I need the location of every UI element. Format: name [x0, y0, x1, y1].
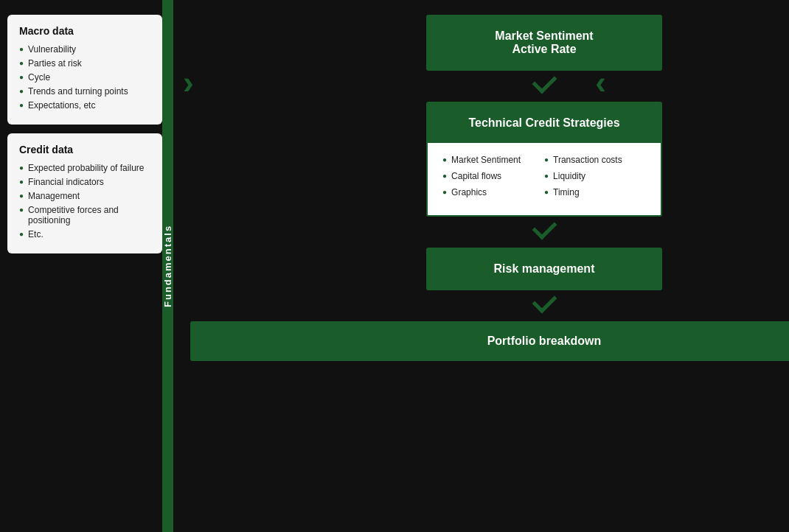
chevron-2: ✓ — [529, 221, 559, 243]
chevron-3: ✓ — [529, 295, 559, 317]
macro-data-title: Macro data — [19, 25, 150, 37]
portfolio-breakdown-box: Portfolio breakdown — [190, 321, 789, 361]
technical-col-left: Market Sentiment Capital flows Graphics — [442, 155, 544, 203]
center-column: Market SentimentActive Rate ✓ Technical … — [183, 0, 789, 532]
right-arrow: ‹ — [595, 66, 606, 99]
diagram-layout: Macro data Vulnerability Parties at risk… — [0, 0, 789, 532]
left-column: Macro data Vulnerability Parties at risk… — [0, 0, 162, 532]
market-sentiment-box: Market SentimentActive Rate — [426, 15, 662, 71]
tech-right-1: Transaction costs — [544, 155, 646, 165]
technical-col-right: Transaction costs Liquidity Timing — [544, 155, 646, 203]
macro-data-list: Vulnerability Parties at risk Cycle Tren… — [19, 44, 150, 111]
credit-item-2: Financial indicators — [19, 177, 150, 187]
tech-left-2: Capital flows — [442, 171, 544, 181]
macro-item-1: Vulnerability — [19, 44, 150, 55]
credit-item-5: Etc. — [19, 229, 150, 239]
credit-item-3: Management — [19, 191, 150, 201]
chevron-1: ✓ — [529, 75, 559, 97]
tech-left-3: Graphics — [442, 187, 544, 197]
risk-management-wrap: Risk management — [426, 248, 662, 290]
macro-item-5: Expectations, etc — [19, 100, 150, 111]
macro-item-2: Parties at risk — [19, 58, 150, 69]
tech-right-3: Timing — [544, 187, 646, 197]
macro-data-panel: Macro data Vulnerability Parties at risk… — [7, 15, 162, 125]
credit-data-panel: Credit data Expected probability of fail… — [7, 133, 162, 253]
portfolio-wrap: Portfolio breakdown — [190, 321, 789, 361]
credit-data-title: Credit data — [19, 144, 150, 155]
credit-item-4: Competitive forces and positioning — [19, 205, 150, 225]
risk-management-box: Risk management — [426, 248, 662, 290]
technical-credit-body: Market Sentiment Capital flows Graphics … — [428, 143, 661, 215]
fundamentals-label: Fundamentals — [162, 0, 173, 532]
technical-credit-box: Technical Credit Strategies Market Senti… — [426, 102, 662, 217]
credit-item-1: Expected probability of failure — [19, 163, 150, 173]
macro-item-4: Trends and turning points — [19, 86, 150, 97]
market-sentiment-label: Market SentimentActive Rate — [495, 29, 593, 55]
tech-right-2: Liquidity — [544, 171, 646, 181]
left-arrow: › — [183, 66, 194, 99]
market-sentiment-wrap: Market SentimentActive Rate — [426, 15, 662, 71]
technical-credit-header: Technical Credit Strategies — [428, 103, 661, 143]
credit-data-list: Expected probability of failure Financia… — [19, 163, 150, 239]
tech-left-1: Market Sentiment — [442, 155, 544, 165]
fundamentals-label-col: Fundamentals — [162, 0, 183, 532]
macro-item-3: Cycle — [19, 72, 150, 83]
